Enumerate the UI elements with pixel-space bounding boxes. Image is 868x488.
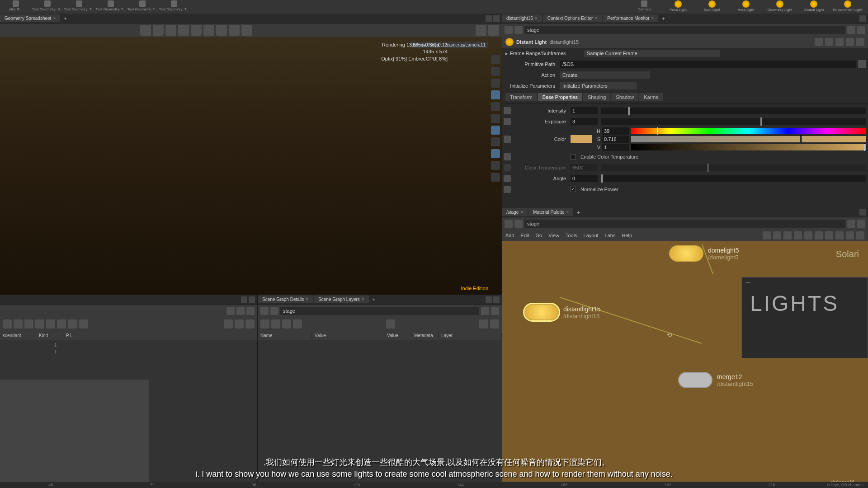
light-icon[interactable]	[491, 102, 500, 111]
sg-tool-3[interactable]	[24, 319, 33, 328]
tab-add[interactable]: +	[574, 210, 582, 215]
node-distantlight[interactable]: distantlight15 /distantlight15	[524, 304, 601, 320]
snap-tool[interactable]	[191, 25, 202, 36]
tree-icon[interactable]	[271, 319, 280, 328]
snapshot-icon[interactable]	[479, 319, 488, 328]
camera-icon[interactable]	[491, 126, 500, 135]
color-icon[interactable]	[815, 231, 823, 239]
hue-input[interactable]: 39	[602, 127, 629, 135]
tool-icon[interactable]	[491, 137, 500, 146]
maximize-icon[interactable]	[859, 209, 866, 216]
pencil-icon[interactable]	[504, 107, 511, 114]
tab-stage[interactable]: /stage×	[502, 208, 528, 216]
close-icon[interactable]: ×	[520, 210, 523, 215]
box-icon[interactable]	[846, 231, 854, 239]
wrench-icon[interactable]	[491, 173, 500, 182]
action-select[interactable]: Create	[560, 71, 650, 79]
pencil-icon[interactable]	[504, 186, 511, 193]
color-icon[interactable]	[491, 161, 500, 170]
close-icon[interactable]: ×	[594, 16, 597, 21]
home-icon[interactable]	[491, 67, 500, 76]
tab-perf-monitor[interactable]: Performance Monitor×	[603, 14, 658, 22]
no-tool[interactable]	[216, 25, 227, 36]
maximize-icon[interactable]	[241, 296, 247, 303]
list-icon[interactable]	[773, 231, 781, 239]
pause-icon[interactable]	[491, 149, 500, 158]
refresh-icon[interactable]	[246, 307, 255, 315]
menu-help[interactable]: Help	[622, 233, 632, 238]
intensity-input[interactable]: 1	[571, 107, 598, 114]
grid-tool[interactable]	[203, 25, 214, 36]
help-icon[interactable]	[856, 38, 864, 46]
tab-distantlight[interactable]: distantlight15×	[502, 14, 542, 22]
pencil-icon[interactable]	[504, 175, 511, 182]
columns-icon[interactable]	[282, 319, 291, 328]
pencil-icon[interactable]	[504, 136, 511, 143]
angle-input[interactable]: 0	[571, 175, 598, 182]
path-input[interactable]: stage	[524, 220, 845, 228]
init-button[interactable]: Initialize Parameters	[560, 82, 637, 89]
shelf-item[interactable]: Test Geometry: T...	[95, 0, 127, 13]
shelf-env-light[interactable]: Environment Light	[832, 0, 863, 13]
refresh-icon[interactable]	[491, 307, 499, 315]
tab-base-properties[interactable]: Base Properties	[538, 93, 582, 101]
maximize-icon[interactable]	[486, 296, 492, 303]
sg-tool-4[interactable]	[35, 319, 44, 328]
back-icon[interactable]	[260, 307, 269, 315]
network-canvas[interactable]: domelight5 /domelight5 Solari distantlig…	[502, 241, 868, 488]
chevron-down-icon[interactable]	[249, 296, 255, 303]
move-tool[interactable]	[153, 25, 164, 36]
path-input[interactable]: stage	[280, 307, 479, 315]
sg-snapshot-icon[interactable]	[235, 319, 244, 328]
chevron-down-icon[interactable]	[493, 296, 500, 303]
tree-icon[interactable]	[783, 231, 792, 239]
layout-icon[interactable]	[804, 231, 812, 239]
sg-gear-icon[interactable]	[224, 319, 233, 328]
shelf-point-light[interactable]: Point Light	[662, 0, 694, 13]
shelf-item[interactable]: Test Geometry: T...	[63, 0, 95, 13]
tab-sg-details[interactable]: Scene Graph Details×	[258, 296, 313, 303]
tab-transform[interactable]: Transform	[505, 93, 537, 101]
forward-icon[interactable]	[270, 307, 278, 315]
tab-material-palette[interactable]: Material Palette×	[528, 208, 573, 216]
sticky-note[interactable]: — LIGHTS	[741, 277, 868, 358]
help-icon[interactable]	[490, 319, 499, 328]
tab-add[interactable]: +	[659, 16, 667, 21]
render-icon[interactable]	[491, 90, 500, 99]
sat-slider[interactable]	[631, 136, 866, 142]
goto-icon[interactable]	[857, 26, 865, 34]
tab-shaping[interactable]: Shaping	[583, 93, 610, 101]
tab-sg-layers[interactable]: Scene Graph Layers×	[314, 296, 369, 303]
menu-view[interactable]: View	[548, 233, 559, 238]
viewport[interactable]: Karma Persp /cameras/camera11 Rendering …	[0, 37, 502, 295]
exposure-slider[interactable]	[601, 118, 866, 125]
node-domelight[interactable]: domelight5 /domelight5	[669, 245, 739, 262]
back-icon[interactable]	[226, 307, 235, 315]
menu-go[interactable]: Go	[536, 233, 542, 238]
sg-tool-7[interactable]	[68, 319, 77, 328]
back-icon[interactable]	[505, 26, 513, 34]
close-icon[interactable]: ×	[566, 210, 569, 215]
grid-icon[interactable]	[794, 231, 802, 239]
menu-tools[interactable]: Tools	[566, 233, 577, 238]
shelf-item[interactable]: etry: R...	[0, 0, 32, 13]
forward-icon[interactable]	[514, 26, 523, 34]
search-icon[interactable]	[856, 231, 864, 239]
pencil-icon[interactable]	[504, 153, 511, 160]
tab-karma[interactable]: Karma	[639, 93, 663, 101]
menu-add[interactable]: Add	[505, 233, 514, 238]
circle-icon[interactable]	[491, 79, 500, 88]
sg-tool-5[interactable]	[46, 319, 55, 328]
path-input[interactable]: stage	[524, 26, 845, 34]
extra-tool[interactable]	[241, 25, 252, 36]
filter-icon[interactable]	[293, 319, 302, 328]
pencil-icon[interactable]	[504, 118, 511, 125]
shelf-spot-light[interactable]: Spot Light	[696, 0, 728, 13]
gear-icon[interactable]	[476, 25, 486, 36]
maximize-icon[interactable]	[486, 15, 492, 22]
sg-help-icon[interactable]	[245, 319, 255, 328]
rotate-tool[interactable]	[165, 25, 176, 36]
close-icon[interactable]: ×	[53, 16, 56, 21]
gear-icon[interactable]	[815, 38, 823, 46]
camera-path[interactable]: /cameras/camera11	[443, 42, 488, 48]
